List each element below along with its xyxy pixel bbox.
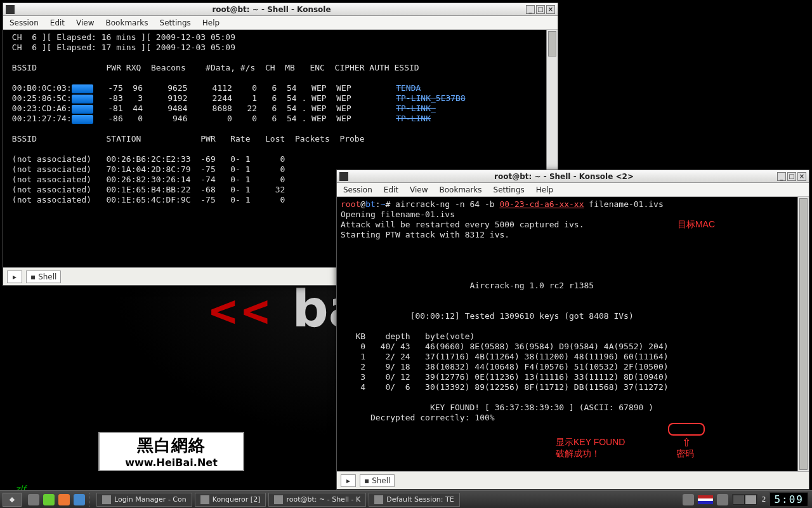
quick-launch-icon[interactable] [74,494,85,505]
maximize-button[interactable]: □ [787,172,796,181]
shell-tab[interactable]: ▪ Shell [360,474,395,487]
task-item[interactable]: root@bt: ~ - Shell - K [268,493,366,507]
scroll-thumb[interactable] [799,198,808,470]
arrow-up-icon: ⇧ [682,437,691,448]
window-title: root@bt: ~ - Shell - Konsole [17,5,526,14]
terminal-icon: ▪ [364,476,369,485]
start-button[interactable]: ◆ [3,493,22,507]
menu-view[interactable]: View [76,18,94,27]
window-icon [339,172,348,181]
scrollbar[interactable] [797,197,809,471]
menu-session[interactable]: Session [10,18,39,27]
menu-settings[interactable]: Settings [494,185,525,194]
app-icon [274,495,283,504]
window-icon [6,5,15,14]
terminal-area[interactable]: root@bt:~# aircrack-ng -n 64 -b 00-23-cd… [337,197,809,471]
quick-launch-icon[interactable] [28,494,39,505]
tray-icon[interactable] [717,494,728,505]
terminal-output: root@bt:~# aircrack-ng -n 64 -b 00-23-cd… [337,197,797,471]
annotation-key-found: 显示KEY FOUND 破解成功！ [556,437,625,460]
menu-session[interactable]: Session [343,185,372,194]
status-bar: ▸ ▪ Shell [337,471,809,489]
close-button[interactable]: × [546,5,555,14]
task-item[interactable]: Default Session: TE [369,493,460,507]
taskbar[interactable]: ◆ Login Manager - Con Konqueror [2] root… [0,490,812,508]
app-icon [200,495,209,504]
password-highlight-box [668,423,705,436]
quick-launch-icon[interactable] [58,494,70,505]
desktop-number: 2 [761,495,766,504]
clock[interactable]: 5:09 [769,492,808,507]
menu-view[interactable]: View [410,185,428,194]
new-tab-button[interactable]: ▸ [341,474,356,487]
menu-help[interactable]: Help [202,18,219,27]
task-item[interactable]: Login Manager - Con [96,493,192,507]
watermark-logo: 黑白網絡 www.HeiBai.Net [98,432,244,471]
minimize-button[interactable]: _ [777,172,786,181]
annotation-target-mac: 目标MAC [678,219,715,231]
menu-settings[interactable]: Settings [160,18,191,27]
konsole-window-2[interactable]: root@bt: ~ - Shell - Konsole <2> _ □ × S… [336,170,809,490]
minimize-button[interactable]: _ [526,5,535,14]
annotation-password: 密码 [676,448,694,460]
menu-bookmarks[interactable]: Bookmarks [440,185,482,194]
menu-edit[interactable]: Edit [50,18,65,27]
app-icon [374,495,383,504]
quick-launch [28,494,85,505]
quick-launch-icon[interactable] [43,494,55,505]
system-tray: 2 5:09 [683,492,812,507]
terminal-icon: ▪ [30,272,36,281]
tray-icon[interactable] [683,494,694,505]
window-title: root@bt: ~ - Shell - Konsole <2> [351,172,777,181]
task-item[interactable]: Konqueror [2] [195,493,266,507]
wallpaper-arrows: << [209,284,275,337]
scroll-thumb[interactable] [548,31,556,57]
keyboard-layout-icon[interactable] [698,495,713,504]
menu-help[interactable]: Help [536,185,553,194]
maximize-button[interactable]: □ [536,5,545,14]
menu-bar: Session Edit View Bookmarks Settings Hel… [337,183,809,197]
close-button[interactable]: × [797,172,806,181]
new-tab-button[interactable]: ▸ [7,271,22,283]
app-icon [102,495,111,504]
menu-bookmarks[interactable]: Bookmarks [106,18,148,27]
shell-tab[interactable]: ▪ Shell [26,271,61,283]
menu-bar: Session Edit View Bookmarks Settings Hel… [3,16,558,30]
titlebar[interactable]: root@bt: ~ - Shell - Konsole <2> _ □ × [337,170,809,183]
desktop-pager[interactable] [732,494,757,505]
menu-edit[interactable]: Edit [384,185,398,194]
separator [89,493,93,507]
titlebar[interactable]: root@bt: ~ - Shell - Konsole _ □ × [3,3,558,16]
